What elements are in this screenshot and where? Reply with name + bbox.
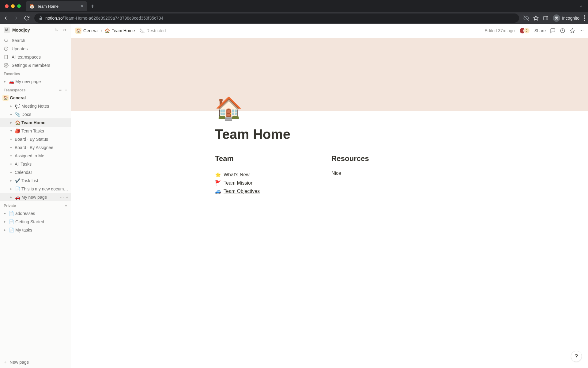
svg-rect-13 (5, 55, 7, 59)
chevron-right-icon[interactable]: ▸ (9, 113, 13, 116)
forward-button[interactable] (13, 15, 20, 21)
sidebar-page-team-tasks[interactable]: ▾ 🎒 Team Tasks (0, 127, 71, 135)
eye-off-icon[interactable] (523, 15, 529, 21)
sidebar-private-page[interactable]: ▸ 📄 addresses (0, 209, 71, 217)
chevron-right-icon[interactable]: ▸ (9, 179, 13, 182)
new-tab-button[interactable]: + (91, 3, 94, 10)
favorite-page[interactable]: ▸ 🚗 My new page (0, 77, 71, 86)
add-private-page-icon[interactable]: + (65, 204, 67, 208)
browser-tab[interactable]: 🏠 Team Home × (26, 1, 87, 11)
help-button[interactable]: ? (571, 351, 582, 362)
sidebar-updates[interactable]: Updates (0, 44, 71, 53)
tab-favicon: 🏠 (29, 4, 35, 9)
collapse-sidebar-icon[interactable] (62, 28, 67, 33)
sidebar-all-teamspaces[interactable]: All teamspaces (0, 53, 71, 61)
page-link[interactable]: 🚙 Team Objectives (215, 187, 313, 195)
breadcrumb-item[interactable]: 🏠 Team Home (105, 28, 135, 33)
teamspace-general[interactable]: 🏠 General (0, 94, 71, 102)
teamspace-label: General (10, 95, 68, 100)
more-icon[interactable]: ⋯ (60, 195, 64, 200)
maximize-window-button[interactable] (17, 4, 21, 8)
text-block[interactable]: Nice (331, 171, 429, 176)
breadcrumb-item[interactable]: 🏠 General (75, 28, 99, 34)
sidebar-private-page[interactable]: ▸ 📄 Getting Started (0, 217, 71, 226)
favorite-star-icon[interactable] (570, 28, 575, 33)
page-emoji-icon: 🏠 (15, 120, 20, 125)
panel-icon[interactable] (543, 15, 548, 21)
back-button[interactable] (3, 15, 9, 21)
column-heading[interactable]: Resources (331, 154, 429, 165)
sidebar-subpage[interactable]: •Calendar (0, 168, 71, 176)
address-bar[interactable]: notion.so/Team-Home-a626e39209a748798e9c… (34, 13, 519, 23)
kebab-menu-icon[interactable] (584, 15, 585, 21)
close-window-button[interactable] (5, 4, 9, 8)
sidebar-page-docs[interactable]: ▸ 📎 Docs (0, 110, 71, 118)
reload-button[interactable] (24, 15, 30, 21)
chevron-right-icon[interactable]: ▸ (9, 104, 13, 108)
clock-icon (4, 46, 9, 51)
sidebar-all-teamspaces-label: All teamspaces (12, 55, 41, 59)
chevron-right-icon[interactable]: ▸ (2, 212, 7, 215)
sidebar-settings[interactable]: Settings & members (0, 61, 71, 69)
chevron-right-icon[interactable]: ▸ (2, 220, 7, 223)
chevron-down-icon[interactable]: ▾ (9, 129, 13, 132)
sidebar-private-page[interactable]: ▸ 📄 My tasks (0, 226, 71, 234)
page-label: My new page (21, 195, 58, 200)
chevron-right-icon[interactable]: ▸ (2, 228, 7, 232)
add-teamspace-icon[interactable]: + (65, 88, 67, 92)
workspace-icon: M (4, 27, 10, 33)
page-link[interactable]: ⭐ What's New (215, 171, 313, 179)
page-label: Task List (21, 178, 68, 183)
bullet-icon: • (9, 170, 13, 175)
page-label: Meeting Notes (21, 104, 68, 109)
sidebar-search-label: Search (12, 38, 25, 43)
comments-icon[interactable] (550, 28, 556, 33)
share-button[interactable]: Share (534, 28, 546, 33)
link-text: Team Mission (224, 180, 254, 186)
page-icon[interactable]: 🏠 (215, 97, 588, 119)
sidebar-subpage[interactable]: •Board · By Status (0, 135, 71, 143)
search-icon (4, 38, 9, 43)
sidebar: M Moodjoy ⇅ Search Updates All teamspace… (0, 24, 71, 368)
sidebar-subpage[interactable]: •Board · By Assignee (0, 143, 71, 151)
sidebar-page-new-document[interactable]: ▸ 📄 This is my new document (0, 185, 71, 193)
presence-avatars[interactable]: J (519, 27, 530, 34)
chevron-right-icon[interactable]: ▸ (2, 80, 7, 83)
chevron-right-icon[interactable]: ▸ (9, 121, 13, 124)
private-label: Private (4, 204, 16, 208)
svg-rect-3 (544, 16, 548, 20)
breadcrumb-separator: / (101, 28, 102, 33)
incognito-badge[interactable]: Incognito (553, 14, 579, 22)
page-label: Assigned to Me (15, 153, 68, 158)
tab-overflow-icon[interactable] (579, 4, 586, 8)
workspace-switcher[interactable]: M Moodjoy ⇅ (0, 24, 71, 36)
sidebar-page-my-new-page[interactable]: ▸ 🚗 My new page ⋯+ (0, 193, 71, 201)
svg-point-6 (557, 18, 558, 19)
sidebar-subpage[interactable]: •Assigned to Me (0, 151, 71, 160)
sidebar-search[interactable]: Search (0, 36, 71, 44)
sidebar-page-task-list[interactable]: ▸ ✔️ Task List (0, 176, 71, 185)
sidebar-subpage[interactable]: •All Tasks (0, 160, 71, 168)
bookmark-star-icon[interactable] (533, 15, 539, 21)
page-link[interactable]: 🚩 Team Mission (215, 179, 313, 187)
page-label: My new page (15, 79, 68, 84)
page-title[interactable]: Team Home (215, 127, 588, 142)
more-icon[interactable]: ⋯ (579, 28, 584, 33)
sidebar-page-meeting-notes[interactable]: ▸ 💬 Meeting Notes (0, 102, 71, 110)
bullet-icon: • (9, 145, 13, 150)
bullet-icon: • (9, 153, 13, 158)
add-subpage-icon[interactable]: + (66, 195, 68, 200)
history-icon[interactable] (560, 28, 565, 33)
column-heading[interactable]: Team (215, 154, 313, 165)
page-emoji-icon: 📄 (15, 186, 20, 191)
chevron-right-icon[interactable]: ▸ (9, 187, 13, 190)
chevron-right-icon[interactable]: ▸ (9, 195, 13, 199)
more-icon[interactable]: ⋯ (59, 88, 62, 92)
favorites-label: Favorites (4, 72, 20, 76)
tab-close-icon[interactable]: × (81, 3, 83, 9)
page-label: Calendar (15, 170, 68, 175)
sidebar-page-team-home[interactable]: ▸ 🏠 Team Home (0, 118, 71, 127)
new-page-button[interactable]: + New page (0, 356, 71, 368)
restricted-badge[interactable]: Restricted (140, 28, 166, 33)
minimize-window-button[interactable] (11, 4, 15, 8)
